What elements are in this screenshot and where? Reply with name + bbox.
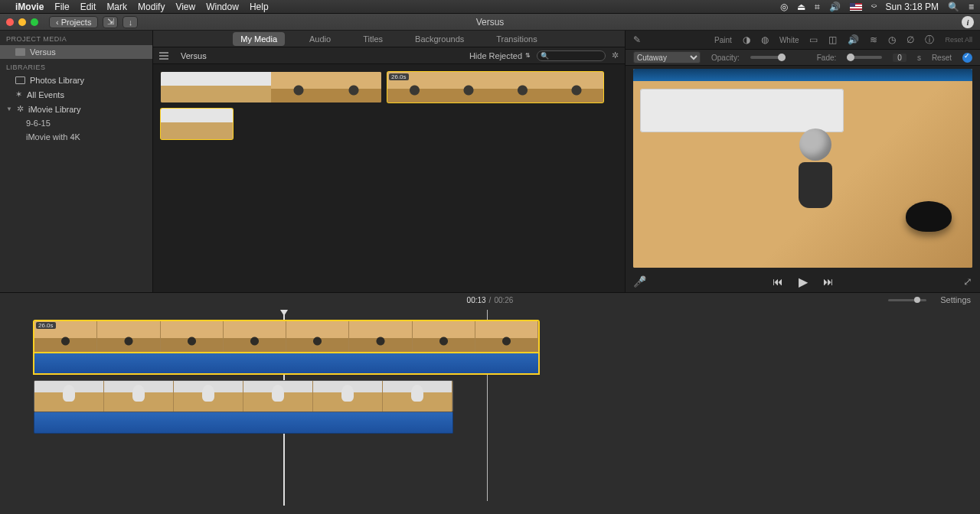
clip-duration-badge: 26.0s [36, 322, 56, 329]
speed-icon[interactable]: ◷ [888, 34, 896, 45]
menu-modify[interactable]: Modify [138, 2, 165, 12]
window-controls [6, 18, 38, 26]
clock[interactable]: Sun 3:18 PM [886, 2, 939, 12]
tab-transitions[interactable]: Transitions [488, 32, 544, 46]
sidebar-imovie-library[interactable]: ▼ ✲ iMovie Library [0, 102, 152, 116]
notification-center-icon[interactable]: ≡ [969, 2, 974, 12]
import-icon: ⇲ [107, 17, 114, 27]
window-title: Versus [476, 17, 505, 28]
timeline-clip-overlay[interactable]: 26.0s [34, 320, 539, 374]
info-icon[interactable]: ⓘ [925, 34, 934, 47]
sidebar-all-events[interactable]: ✶ All Events [0, 87, 152, 102]
media-clip-selected[interactable] [161, 109, 233, 139]
tab-my-media[interactable]: My Media [233, 32, 285, 46]
clip-filter-icon[interactable]: ∅ [906, 34, 914, 45]
white-balance-label: White [779, 36, 799, 44]
sidebar-item-label: iMovie with 4K [26, 132, 80, 142]
video-viewer[interactable] [633, 69, 972, 268]
crop-icon[interactable]: ▭ [809, 34, 818, 45]
time-total: 00:26 [494, 296, 513, 304]
overlay-controls: Cutaway Opacity: Fade: 0 s Reset [626, 49, 980, 66]
close-window-button[interactable] [6, 18, 14, 26]
wifi-icon[interactable]: ⌔ [871, 2, 877, 12]
star-icon: ✶ [15, 89, 22, 99]
timeline-clip-primary[interactable] [34, 380, 453, 434]
opacity-slider[interactable] [750, 56, 786, 59]
clip-filter-dropdown[interactable]: Hide Rejected ⇅ [469, 51, 531, 60]
overlay-type-dropdown[interactable]: Cutaway [633, 51, 701, 63]
sidebar-item-label: 9-6-15 [26, 119, 51, 128]
volume-icon[interactable]: 🔊 [829, 2, 841, 12]
timeline-zoom-slider[interactable] [888, 299, 926, 301]
fade-slider[interactable] [847, 56, 882, 59]
input-source-icon[interactable] [850, 3, 862, 11]
menu-help[interactable]: Help [250, 2, 269, 12]
menu-mark[interactable]: Mark [106, 2, 127, 12]
import-media-button[interactable]: ⇲ [103, 16, 118, 28]
airplay-icon[interactable]: ⏏ [797, 2, 805, 12]
clip-audio-track[interactable] [34, 412, 453, 434]
tab-audio[interactable]: Audio [302, 32, 338, 46]
search-field[interactable]: 🔍 [537, 50, 606, 61]
tab-backgrounds[interactable]: Backgrounds [407, 32, 472, 46]
media-browser: 26.0s [153, 64, 625, 292]
menu-file[interactable]: File [54, 2, 69, 12]
fade-label: Fade: [817, 54, 837, 62]
list-view-toggle[interactable] [159, 52, 168, 60]
sidebar-item-label: iMovie Library [28, 105, 80, 114]
timeline-settings-button[interactable]: Settings [940, 295, 971, 304]
clip-filter-label: Hide Rejected [469, 51, 522, 60]
color-balance-icon[interactable]: ◑ [743, 34, 750, 45]
media-clip-selected[interactable]: 26.0s [387, 72, 603, 102]
timeline[interactable]: 26.0s [0, 307, 980, 506]
reset-button[interactable]: Reset [932, 54, 952, 62]
menu-view[interactable]: View [175, 2, 195, 12]
menu-edit[interactable]: Edit [80, 2, 96, 12]
project-media-header: PROJECT MEDIA [0, 31, 152, 45]
projects-back-button[interactable]: ‹ Projects [49, 16, 98, 28]
media-clip[interactable] [161, 72, 381, 102]
clip-audio-track[interactable] [34, 353, 539, 374]
zoom-window-button[interactable] [31, 18, 38, 26]
next-frame-button[interactable]: ⏭ [823, 275, 834, 288]
photos-icon [15, 76, 25, 84]
menuextra-icon[interactable]: ◎ [780, 2, 788, 12]
color-correction-icon[interactable]: ◍ [761, 34, 769, 45]
mac-menubar: iMovie File Edit Mark Modify View Window… [0, 0, 980, 14]
browser-tabs: My Media Audio Titles Backgrounds Transi… [153, 31, 625, 47]
play-button[interactable]: ▶ [799, 275, 808, 289]
fullscreen-button[interactable]: ⤢ [963, 275, 972, 288]
apply-checkmark-icon[interactable] [962, 53, 972, 63]
noise-reduction-icon[interactable]: ≋ [870, 34, 877, 45]
sidebar-photos-library[interactable]: Photos Library [0, 73, 152, 87]
projects-back-label: Projects [61, 18, 92, 27]
stabilization-icon[interactable]: ◫ [828, 34, 837, 45]
timeline-marker[interactable] [280, 310, 288, 316]
info-button[interactable]: i [962, 16, 974, 28]
sidebar-item-label: Photos Library [30, 76, 84, 85]
sidebar-project-versus[interactable]: Versus [0, 45, 152, 59]
reset-all-button[interactable]: Reset All [945, 36, 972, 44]
minimize-window-button[interactable] [18, 18, 26, 26]
voiceover-button[interactable]: 🎤 [633, 275, 646, 288]
preview-keyboard [640, 89, 844, 132]
bluetooth-icon[interactable]: ⌗ [815, 2, 820, 12]
spotlight-icon[interactable]: 🔍 [948, 2, 959, 12]
disclosure-triangle-icon[interactable]: ▼ [6, 106, 12, 112]
tab-titles[interactable]: Titles [355, 32, 390, 46]
menu-window[interactable]: Window [206, 2, 239, 12]
libraries-header: LIBRARIES [0, 59, 152, 73]
timeline-header: 00:13 / 00:26 Settings [0, 293, 980, 307]
sidebar-event-9-6-15[interactable]: 9-6-15 [0, 116, 152, 130]
share-button[interactable]: ↓ [122, 16, 138, 28]
prev-frame-button[interactable]: ⏮ [773, 275, 783, 288]
volume-adjust-icon[interactable]: 🔊 [848, 34, 859, 45]
sidebar-event-imovie-4k[interactable]: iMovie with 4K [0, 130, 152, 144]
auto-enhance-icon[interactable]: ✎ [633, 34, 641, 45]
app-menu[interactable]: iMovie [15, 2, 44, 12]
sidebar-item-label: Versus [30, 47, 56, 57]
window-toolbar: ‹ Projects ⇲ ↓ Versus i [0, 14, 980, 31]
browser-settings-button[interactable]: ✲ [612, 50, 619, 60]
chevron-left-icon: ‹ [56, 18, 59, 27]
search-icon: 🔍 [541, 52, 549, 60]
